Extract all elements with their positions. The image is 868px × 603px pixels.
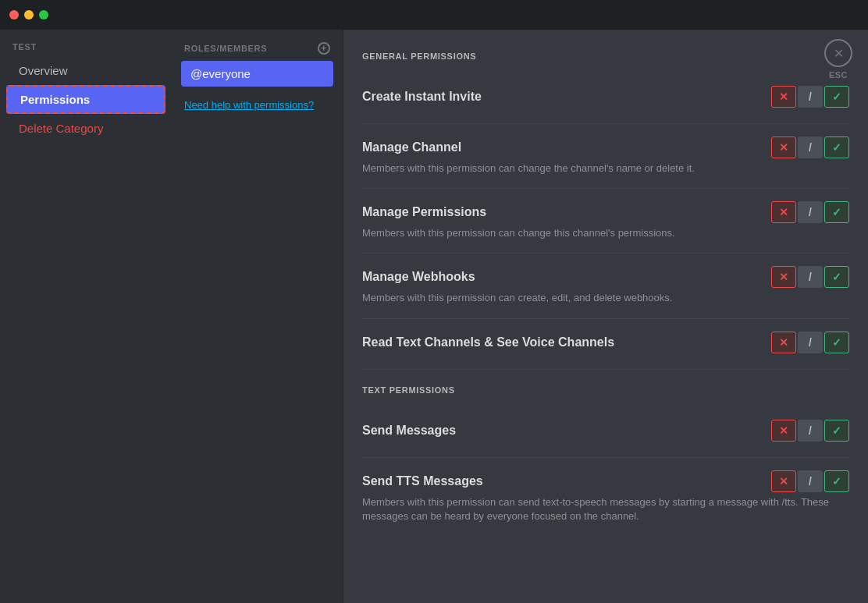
perm-controls-send-tts-messages: ✕ / ✓ bbox=[771, 470, 849, 492]
perm-allow-read-text-channels[interactable]: ✓ bbox=[824, 332, 849, 353]
permission-desc-send-tts-messages: Members with this permission can send te… bbox=[362, 495, 849, 523]
permission-header: Send TTS Messages ✕ / ✓ bbox=[362, 470, 849, 492]
permission-row-send-tts-messages: Send TTS Messages ✕ / ✓ Members with thi… bbox=[362, 458, 849, 536]
perm-neutral-manage-webhooks[interactable]: / bbox=[798, 266, 823, 288]
permission-header: Manage Webhooks ✕ / ✓ bbox=[362, 266, 849, 288]
perm-deny-manage-channel[interactable]: ✕ bbox=[771, 137, 796, 158]
permission-row-read-text-channels: Read Text Channels & See Voice Channels … bbox=[362, 319, 849, 370]
permission-name-send-tts-messages: Send TTS Messages bbox=[362, 474, 483, 488]
permission-row-manage-permissions: Manage Permissions ✕ / ✓ Members with th… bbox=[362, 189, 849, 254]
esc-button[interactable]: ✕ ESC bbox=[824, 39, 852, 80]
perm-allow-manage-channel[interactable]: ✓ bbox=[824, 137, 849, 158]
permission-desc-manage-permissions: Members with this permission can change … bbox=[362, 226, 849, 240]
permission-header: Send Messages ✕ / ✓ bbox=[362, 420, 849, 442]
help-permissions-link[interactable]: Need help with permissions? bbox=[181, 93, 333, 117]
perm-deny-send-tts-messages[interactable]: ✕ bbox=[771, 470, 796, 492]
esc-circle-icon: ✕ bbox=[824, 39, 852, 67]
permission-row-manage-channel: Manage Channel ✕ / ✓ Members with this p… bbox=[362, 124, 849, 189]
role-item-everyone[interactable]: @everyone bbox=[181, 61, 333, 87]
permission-name-send-messages: Send Messages bbox=[362, 424, 456, 438]
esc-label: ESC bbox=[829, 70, 848, 80]
perm-deny-manage-webhooks[interactable]: ✕ bbox=[771, 266, 796, 288]
general-permissions-section-title: General Permissions bbox=[362, 51, 849, 61]
perm-controls-manage-webhooks: ✕ / ✓ bbox=[771, 266, 849, 288]
perm-neutral-send-messages[interactable]: / bbox=[798, 420, 823, 442]
perm-deny-read-text-channels[interactable]: ✕ bbox=[771, 332, 796, 353]
app-container: TEST Overview Permissions Delete Categor… bbox=[0, 30, 868, 603]
sidebar: TEST Overview Permissions Delete Categor… bbox=[0, 30, 172, 603]
perm-deny-manage-permissions[interactable]: ✕ bbox=[771, 201, 796, 223]
roles-header: Roles/Members + bbox=[181, 42, 333, 55]
roles-panel: Roles/Members + @everyone Need help with… bbox=[172, 30, 343, 603]
perm-controls-create-instant-invite: ✕ / ✓ bbox=[771, 86, 849, 108]
perm-controls-manage-channel: ✕ / ✓ bbox=[771, 137, 849, 158]
traffic-light-green[interactable] bbox=[39, 10, 48, 20]
permission-name-read-text-channels: Read Text Channels & See Voice Channels bbox=[362, 335, 614, 349]
perm-deny-send-messages[interactable]: ✕ bbox=[771, 420, 796, 442]
perm-controls-send-messages: ✕ / ✓ bbox=[771, 420, 849, 442]
add-role-button[interactable]: + bbox=[318, 42, 330, 55]
permission-name-manage-permissions: Manage Permissions bbox=[362, 205, 486, 219]
perm-allow-manage-webhooks[interactable]: ✓ bbox=[824, 266, 849, 288]
text-permissions-section-title: Text Permissions bbox=[362, 385, 849, 395]
permission-row-send-messages: Send Messages ✕ / ✓ bbox=[362, 407, 849, 458]
titlebar bbox=[0, 0, 868, 30]
sidebar-section-label: TEST bbox=[0, 42, 172, 51]
sidebar-item-delete-category[interactable]: Delete Category bbox=[6, 115, 165, 141]
perm-neutral-manage-permissions[interactable]: / bbox=[798, 201, 823, 223]
perm-neutral-read-text-channels[interactable]: / bbox=[798, 332, 823, 353]
permission-name-manage-webhooks: Manage Webhooks bbox=[362, 270, 475, 284]
permission-header: Read Text Channels & See Voice Channels … bbox=[362, 332, 849, 353]
perm-allow-manage-permissions[interactable]: ✓ bbox=[824, 201, 849, 223]
perm-neutral-send-tts-messages[interactable]: / bbox=[798, 470, 823, 492]
permission-desc-manage-channel: Members with this permission can change … bbox=[362, 161, 849, 176]
roles-header-label: Roles/Members bbox=[184, 44, 267, 53]
perm-allow-send-messages[interactable]: ✓ bbox=[824, 420, 849, 442]
permission-row-manage-webhooks: Manage Webhooks ✕ / ✓ Members with this … bbox=[362, 254, 849, 318]
perm-neutral-manage-channel[interactable]: / bbox=[798, 137, 823, 158]
permission-header: Create Instant Invite ✕ / ✓ bbox=[362, 86, 849, 108]
permission-desc-manage-webhooks: Members with this permission can create,… bbox=[362, 291, 849, 305]
perm-allow-send-tts-messages[interactable]: ✓ bbox=[824, 470, 849, 492]
permission-name-create-instant-invite: Create Instant Invite bbox=[362, 90, 482, 104]
perm-neutral-create-instant-invite[interactable]: / bbox=[798, 86, 823, 108]
perm-deny-create-instant-invite[interactable]: ✕ bbox=[771, 86, 796, 108]
traffic-light-yellow[interactable] bbox=[24, 10, 34, 20]
perm-controls-read-text-channels: ✕ / ✓ bbox=[771, 332, 849, 353]
permissions-panel: General Permissions Create Instant Invit… bbox=[343, 30, 868, 603]
perm-allow-create-instant-invite[interactable]: ✓ bbox=[824, 86, 849, 108]
permission-header: Manage Channel ✕ / ✓ bbox=[362, 137, 849, 158]
permission-header: Manage Permissions ✕ / ✓ bbox=[362, 201, 849, 223]
sidebar-item-permissions[interactable]: Permissions bbox=[6, 85, 165, 114]
permission-name-manage-channel: Manage Channel bbox=[362, 140, 461, 154]
traffic-light-red[interactable] bbox=[9, 10, 19, 20]
permission-row-create-instant-invite: Create Instant Invite ✕ / ✓ bbox=[362, 73, 849, 124]
perm-controls-manage-permissions: ✕ / ✓ bbox=[771, 201, 849, 223]
sidebar-item-overview[interactable]: Overview bbox=[6, 58, 165, 83]
